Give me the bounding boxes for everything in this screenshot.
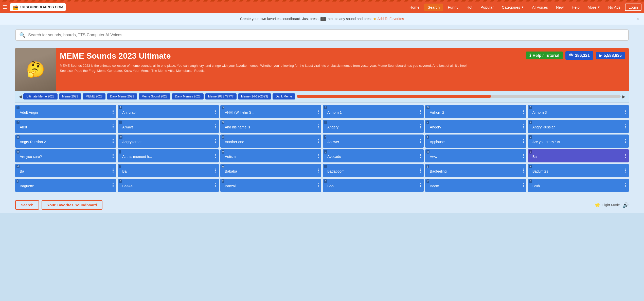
search-button[interactable]: Search <box>15 200 39 210</box>
nav-search[interactable]: Search <box>424 4 443 11</box>
tag-6[interactable]: Meme 2023 ????? <box>205 93 237 99</box>
close-banner-button[interactable]: × <box>636 16 639 22</box>
sound-btn-13[interactable]: w Angrykorean <box>118 135 219 148</box>
menu-dots-icon[interactable] <box>625 139 626 143</box>
sound-btn-20[interactable]: o Autism <box>220 149 321 162</box>
menu-dots-icon[interactable] <box>318 110 319 114</box>
sound-btn-4[interactable]: 5 Airhorn 2 <box>425 105 526 118</box>
sound-btn-1[interactable]: 2 Ah, crap! <box>118 105 219 118</box>
menu-dots-icon[interactable] <box>318 154 319 158</box>
menu-dots-icon[interactable] <box>113 124 114 128</box>
menu-dots-icon[interactable] <box>215 183 216 187</box>
menu-dots-icon[interactable] <box>523 139 524 143</box>
tag-3[interactable]: Dank Meme 2023 <box>107 93 137 99</box>
menu-dots-icon[interactable] <box>625 124 626 128</box>
login-button[interactable]: Login <box>625 4 641 11</box>
sound-btn-22[interactable]: a Aww <box>425 149 526 162</box>
menu-dots-icon[interactable] <box>420 139 421 143</box>
sound-btn-35[interactable]: b Bruh <box>528 179 629 192</box>
sound-btn-8[interactable]: 9 And his name is <box>220 120 321 133</box>
tag-5[interactable]: Dank Memes 2023 <box>172 93 204 99</box>
menu-dots-icon[interactable] <box>523 110 524 114</box>
menu-dots-icon[interactable] <box>113 139 114 143</box>
sound-btn-9[interactable]: 0 Angery <box>323 120 424 133</box>
sound-btn-25[interactable]: f Ba <box>118 164 219 177</box>
site-logo[interactable]: 📻 101SOUNDBOARDS.COM <box>10 3 66 11</box>
menu-dots-icon[interactable] <box>420 169 421 173</box>
sound-btn-15[interactable]: r Answer <box>323 135 424 148</box>
sound-btn-2[interactable]: 3 AHH! (Wilhelm S... <box>220 105 321 118</box>
menu-dots-icon[interactable] <box>318 124 319 128</box>
menu-dots-icon[interactable] <box>215 169 216 173</box>
menu-dots-icon[interactable] <box>625 183 626 187</box>
sound-btn-30[interactable]: l Baguette <box>15 179 116 192</box>
sound-btn-31[interactable]: z Bait&s... <box>118 179 219 192</box>
menu-dots-icon[interactable] <box>113 169 114 173</box>
nav-home[interactable]: Home <box>406 4 423 11</box>
menu-dots-icon[interactable] <box>215 154 216 158</box>
menu-dots-icon[interactable] <box>318 169 319 173</box>
volume-icon[interactable]: 🔊 <box>622 202 629 208</box>
tag-0[interactable]: Ultimate Meme 2023 <box>23 93 58 99</box>
sound-btn-29[interactable]: k Badumtss <box>528 164 629 177</box>
menu-dots-icon[interactable] <box>420 183 421 187</box>
menu-dots-icon[interactable] <box>420 154 421 158</box>
sound-btn-10[interactable]: - Angery <box>425 120 526 133</box>
tag-8[interactable]: Dank Meme <box>273 93 295 99</box>
menu-dots-icon[interactable] <box>625 154 626 158</box>
menu-dots-icon[interactable] <box>523 124 524 128</box>
sound-btn-17[interactable]: y Are you crazy? Ar... <box>528 135 629 148</box>
sound-btn-0[interactable]: 1 Adult Virgin <box>15 105 116 118</box>
sound-btn-6[interactable]: 7 Alert <box>15 120 116 133</box>
menu-dots-icon[interactable] <box>523 183 524 187</box>
sound-btn-14[interactable]: e Another one <box>220 135 321 148</box>
nav-more[interactable]: More ▼ <box>584 4 604 11</box>
tags-scroll-right[interactable]: ▶ <box>622 94 625 99</box>
sound-btn-12[interactable]: q Angry Russian 2 <box>15 135 116 148</box>
menu-dots-icon[interactable] <box>113 110 114 114</box>
menu-dots-icon[interactable] <box>420 124 421 128</box>
tag-4[interactable]: Meme Sound 2023 <box>139 93 170 99</box>
search-input[interactable] <box>28 33 625 37</box>
menu-dots-icon[interactable] <box>215 139 216 143</box>
nav-popular[interactable]: Popular <box>477 4 497 11</box>
menu-dots-icon[interactable] <box>625 110 626 114</box>
favorites-soundboard-button[interactable]: Your Favorites Soundboard <box>42 200 102 210</box>
sound-btn-16[interactable]: t Applause <box>425 135 526 148</box>
sound-btn-23[interactable]: s Ba <box>528 149 629 162</box>
sound-btn-18[interactable]: u Are you sure? <box>15 149 116 162</box>
menu-dots-icon[interactable] <box>215 124 216 128</box>
sound-btn-5[interactable]: 6 Airhorn 3 <box>528 105 629 118</box>
add-to-favorites-link[interactable]: Add To Favorites <box>377 17 404 21</box>
tags-scroll-left[interactable]: ◀ <box>19 94 22 99</box>
sound-btn-27[interactable]: h Badaboom <box>323 164 424 177</box>
sound-btn-24[interactable]: d Ba <box>15 164 116 177</box>
tags-scrollbar-track[interactable] <box>297 95 621 98</box>
sound-btn-34[interactable]: v Boom <box>425 179 526 192</box>
hamburger-icon[interactable]: ☰ <box>3 4 7 10</box>
menu-dots-icon[interactable] <box>113 183 114 187</box>
sound-btn-7[interactable]: 8 Always <box>118 120 219 133</box>
nav-no-ads[interactable]: No Ads <box>605 4 624 11</box>
menu-dots-icon[interactable] <box>215 110 216 114</box>
sound-btn-28[interactable]: j Badfeeling <box>425 164 526 177</box>
nav-categories[interactable]: Categories ▼ <box>498 4 527 11</box>
menu-dots-icon[interactable] <box>420 110 421 114</box>
sound-btn-19[interactable]: i At this moment h... <box>118 149 219 162</box>
sound-btn-33[interactable]: c Boo <box>323 179 424 192</box>
menu-dots-icon[interactable] <box>318 183 319 187</box>
menu-dots-icon[interactable] <box>523 154 524 158</box>
sound-btn-11[interactable]: = Angry Russian <box>528 120 629 133</box>
sound-btn-32[interactable]: x Banzai <box>220 179 321 192</box>
nav-new[interactable]: New <box>552 4 567 11</box>
sound-btn-3[interactable]: 4 Airhorn 1 <box>323 105 424 118</box>
sound-btn-21[interactable]: p Avocado <box>323 149 424 162</box>
nav-help[interactable]: Help <box>568 4 583 11</box>
menu-dots-icon[interactable] <box>625 169 626 173</box>
tag-7[interactable]: Meme (14-12-2023) <box>238 93 271 99</box>
tag-2[interactable]: MEME 2023 <box>83 93 105 99</box>
nav-funny[interactable]: Funny <box>444 4 462 11</box>
menu-dots-icon[interactable] <box>113 154 114 158</box>
nav-hot[interactable]: Hot <box>463 4 476 11</box>
tag-1[interactable]: Meme 2023 <box>59 93 81 99</box>
